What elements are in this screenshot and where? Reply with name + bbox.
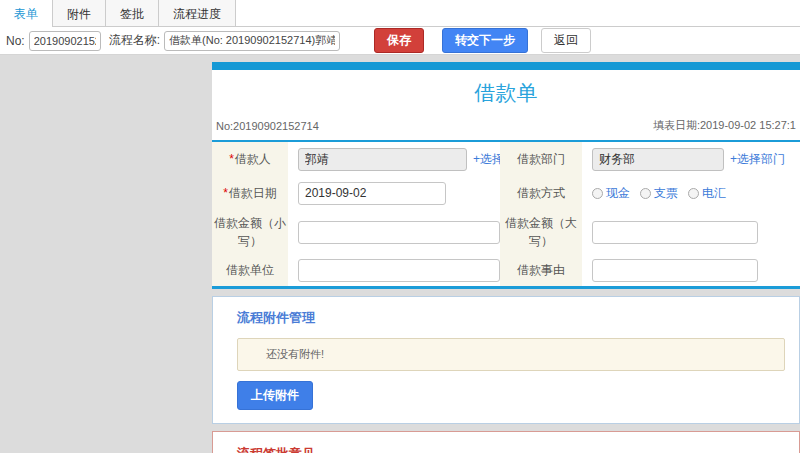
no-attachments-message: 还没有附件! [237, 338, 785, 371]
upload-attachment-button[interactable]: 上传附件 [237, 381, 313, 410]
amount-lower-input[interactable] [298, 221, 500, 244]
tab-approval[interactable]: 签批 [105, 0, 159, 26]
form-row-date-method: *借款日期 借款方式 现金 [212, 176, 800, 210]
attachments-heading: 流程附件管理 [237, 309, 785, 327]
radio-cash[interactable]: 现金 [592, 185, 630, 202]
borrower-label: *借款人 [212, 142, 288, 176]
borrower-input[interactable] [298, 148, 467, 171]
required-mark: * [229, 152, 234, 166]
tab-process-progress[interactable]: 流程进度 [158, 0, 236, 26]
radio-wire-transfer[interactable]: 电汇 [688, 185, 726, 202]
radio-icon [592, 188, 603, 199]
approval-panel: 流程签批意见 B I abc ✎ [212, 431, 800, 453]
department-input[interactable] [592, 148, 724, 171]
form-grid: *借款人 +选择人员 借款部门 +选择部门 *借款日期 [212, 142, 800, 289]
form-row-borrower: *借款人 +选择人员 借款部门 +选择部门 [212, 142, 800, 176]
main-area: 借款单 No:20190902152714 填表日期:2019-09-02 15… [0, 55, 800, 453]
department-label: 借款部门 [500, 142, 582, 176]
fill-date-text: 填表日期:2019-09-02 15:27:1 [653, 118, 796, 133]
required-mark: * [223, 186, 228, 200]
loan-form-panel: 借款单 No:20190902152714 填表日期:2019-09-02 15… [212, 62, 800, 289]
amount-upper-label: 借款金额（大写） [500, 210, 582, 254]
doc-no-text: No:20190902152714 [216, 120, 319, 132]
approval-heading: 流程签批意见 [237, 445, 785, 453]
forward-next-step-button[interactable]: 转交下一步 [442, 28, 528, 53]
reason-input[interactable] [592, 259, 758, 282]
radio-icon [688, 188, 699, 199]
action-toolbar: No: 流程名称: 保存 转交下一步 返回 [0, 27, 800, 55]
back-button[interactable]: 返回 [541, 28, 591, 53]
form-meta-row: No:20190902152714 填表日期:2019-09-02 15:27:… [212, 114, 800, 142]
tab-form[interactable]: 表单 [0, 0, 53, 27]
page-title: 借款单 [212, 70, 800, 114]
tab-bar: 表单 附件 签批 流程进度 [0, 0, 800, 27]
form-row-amounts: 借款金额（小写） 借款金额（大写） [212, 210, 800, 254]
save-button[interactable]: 保存 [374, 28, 424, 53]
method-label: 借款方式 [500, 176, 582, 210]
amount-upper-input[interactable] [592, 221, 758, 244]
radio-cheque[interactable]: 支票 [640, 185, 678, 202]
tab-attachments[interactable]: 附件 [52, 0, 106, 26]
form-row-unit-reason: 借款单位 借款事由 [212, 254, 800, 286]
flow-name-label: 流程名称: [109, 32, 160, 49]
radio-icon [640, 188, 651, 199]
unit-input[interactable] [298, 259, 500, 282]
no-label: No: [6, 34, 25, 48]
attachments-panel: 流程附件管理 还没有附件! 上传附件 [212, 296, 800, 424]
no-input[interactable] [29, 31, 101, 51]
amount-lower-label: 借款金额（小写） [212, 210, 288, 254]
reason-label: 借款事由 [500, 254, 582, 286]
borrow-date-input[interactable] [298, 182, 446, 205]
unit-label: 借款单位 [212, 254, 288, 286]
borrow-date-label: *借款日期 [212, 176, 288, 210]
method-radio-group: 现金 支票 电汇 [592, 185, 726, 202]
flow-name-input[interactable] [164, 31, 340, 51]
select-department-link[interactable]: +选择部门 [730, 151, 785, 168]
